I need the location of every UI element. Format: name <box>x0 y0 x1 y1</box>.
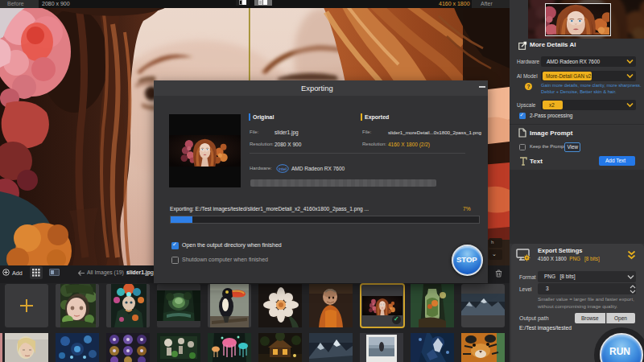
svg-text:intel: intel <box>279 167 287 171</box>
